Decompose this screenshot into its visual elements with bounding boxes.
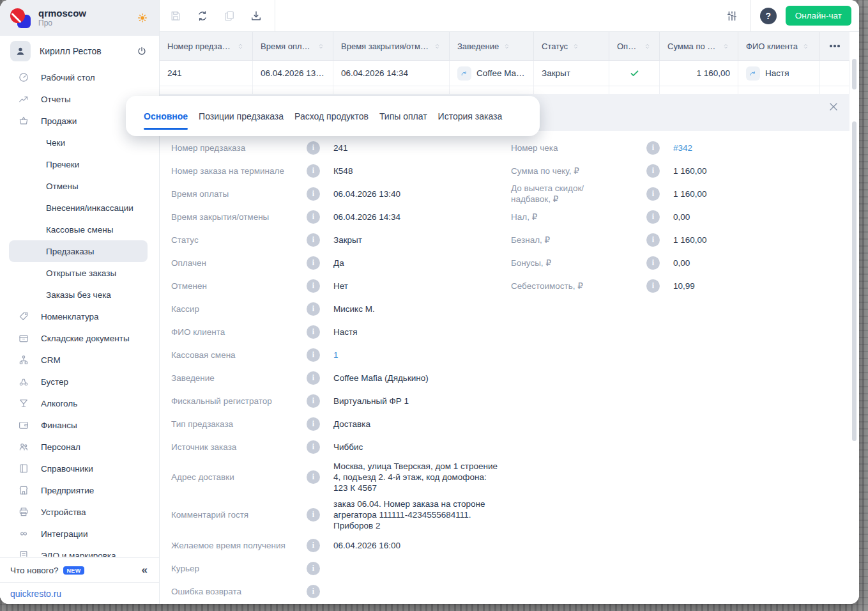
user-row: Кирилл Рестов: [0, 36, 159, 66]
sidebar-item-7[interactable]: Кассовые смены: [9, 219, 148, 240]
info-icon[interactable]: i: [307, 508, 320, 522]
info-icon[interactable]: i: [307, 279, 320, 293]
refresh-icon[interactable]: [196, 10, 209, 22]
sidebar-item-22[interactable]: ЭДО и маркировка: [9, 545, 148, 557]
help-button[interactable]: ?: [760, 8, 777, 24]
column-header-2[interactable]: Время закрытия/отмены: [333, 32, 450, 60]
sidebar-item-6[interactable]: Внесения/инкассации: [9, 197, 148, 219]
table-row[interactable]: 24106.04.2026 13:4006.04.2026 14:34Coffe…: [160, 61, 849, 86]
tab-4[interactable]: История заказа: [438, 96, 503, 136]
sidebar-item-18[interactable]: Справочники: [9, 458, 148, 479]
whats-new-label[interactable]: Что нового?: [10, 566, 58, 575]
tab-0[interactable]: Основное: [144, 96, 188, 136]
sidebar-item-label: Заказы без чека: [46, 290, 111, 300]
quickresto-site-link[interactable]: quickresto.ru: [10, 589, 61, 599]
info-icon[interactable]: i: [307, 562, 320, 575]
column-settings-icon[interactable]: [726, 10, 738, 22]
info-icon[interactable]: i: [646, 233, 660, 247]
save-icon[interactable]: [169, 10, 182, 22]
column-header-5[interactable]: Оплачен: [609, 32, 660, 60]
field-label: Заведение: [171, 373, 307, 383]
info-icon[interactable]: i: [646, 164, 660, 178]
sidebar-item-8[interactable]: Предзаказы: [9, 240, 148, 262]
logout-power-icon[interactable]: [136, 45, 148, 57]
info-icon[interactable]: i: [307, 325, 320, 339]
info-icon[interactable]: i: [307, 302, 320, 316]
tab-1[interactable]: Позиции предзаказа: [199, 96, 284, 136]
sidebar-item-20[interactable]: Устройства: [9, 501, 148, 523]
sidebar-item-label: Внесения/инкассации: [46, 203, 133, 213]
sidebar-item-19[interactable]: Предприятие: [9, 479, 148, 501]
sidebar-item-14[interactable]: Бустер: [9, 371, 148, 392]
sidebar-item-21[interactable]: Интеграции: [9, 523, 148, 545]
sidebar-item-4[interactable]: Пречеки: [9, 153, 148, 175]
main-area: ? Онлайн-чат Номер предзаказаВремя оплат…: [160, 0, 859, 604]
column-header-4[interactable]: Статус: [534, 32, 609, 60]
info-icon[interactable]: i: [307, 470, 320, 484]
copy-icon[interactable]: [223, 10, 236, 22]
info-icon[interactable]: i: [307, 539, 320, 552]
cell-menu[interactable]: [820, 61, 849, 86]
info-icon[interactable]: i: [646, 210, 660, 224]
sidebar-item-10[interactable]: Заказы без чека: [9, 284, 148, 306]
info-icon[interactable]: i: [307, 417, 320, 431]
link-icon[interactable]: [457, 66, 471, 81]
info-icon[interactable]: i: [307, 371, 320, 385]
field-row: Время закрытия/отменыi06.04.2026 14:34: [171, 205, 500, 228]
cell-closed-at[interactable]: 06.04.2026 14:34: [333, 61, 450, 86]
sidebar-item-13[interactable]: CRM: [9, 349, 148, 371]
info-icon[interactable]: i: [307, 164, 320, 178]
sidebar-item-3[interactable]: Чеки: [9, 132, 148, 153]
info-icon[interactable]: i: [307, 233, 320, 247]
sidebar-item-5[interactable]: Отмены: [9, 175, 148, 197]
info-icon[interactable]: i: [307, 256, 320, 270]
info-icon[interactable]: i: [646, 256, 660, 270]
cell-paid-at[interactable]: 06.04.2026 13:40: [253, 61, 333, 86]
info-icon[interactable]: i: [307, 210, 320, 224]
column-header-1[interactable]: Время оплаты: [253, 32, 333, 60]
info-icon[interactable]: i: [646, 141, 660, 155]
tab-3[interactable]: Типы оплат: [379, 96, 427, 136]
info-icon[interactable]: i: [307, 187, 320, 201]
column-header-0[interactable]: Номер предзаказа: [160, 32, 253, 60]
theme-sun-icon[interactable]: [136, 12, 149, 24]
field-value[interactable]: 1: [333, 347, 500, 363]
cell-preorder-number[interactable]: 241: [160, 61, 253, 86]
cell-total[interactable]: 1 160,00: [660, 61, 738, 86]
info-icon[interactable]: i: [646, 187, 660, 201]
info-icon[interactable]: i: [307, 348, 320, 362]
cell-status[interactable]: Закрыт: [534, 61, 609, 86]
table-scrollbar-thumb[interactable]: [852, 59, 857, 89]
sort-icon: [722, 42, 730, 50]
column-header-7[interactable]: ФИО клиента: [738, 32, 820, 60]
collapse-sidebar-icon[interactable]: «: [142, 564, 148, 576]
sidebar-item-15[interactable]: Алкоголь: [9, 392, 148, 414]
info-icon[interactable]: i: [307, 440, 320, 454]
field-value[interactable]: #342: [673, 140, 840, 156]
columns-menu-header[interactable]: [820, 32, 849, 60]
info-icon[interactable]: i: [307, 141, 320, 155]
cell-client[interactable]: Настя: [738, 61, 820, 86]
panel-scrollbar-thumb[interactable]: [852, 121, 857, 441]
sidebar-item-0[interactable]: Рабочий стол: [9, 66, 148, 88]
tab-2[interactable]: Расход продуктов: [294, 96, 369, 136]
cell-venue[interactable]: Coffee Mafia…: [450, 61, 534, 86]
field-row: Ошибка возвратаi: [171, 580, 500, 603]
sidebar-footer: Что нового? NEW « quickresto.ru: [0, 557, 159, 604]
link-icon[interactable]: [746, 66, 760, 81]
info-icon[interactable]: i: [646, 279, 660, 293]
sidebar-item-11[interactable]: Номенклатура: [9, 306, 148, 327]
sidebar-item-9[interactable]: Открытые заказы: [9, 262, 148, 284]
cell-paid-check[interactable]: [609, 61, 660, 86]
column-header-6[interactable]: Сумма по чеку, ₽: [660, 32, 738, 60]
info-icon[interactable]: i: [307, 585, 320, 598]
online-chat-button[interactable]: Онлайн-чат: [786, 6, 851, 26]
info-icon[interactable]: i: [307, 394, 320, 408]
columns-menu-icon[interactable]: [830, 45, 840, 47]
close-icon[interactable]: [826, 100, 841, 114]
download-icon[interactable]: [250, 10, 263, 22]
sidebar-item-17[interactable]: Персонал: [9, 436, 148, 458]
column-header-3[interactable]: Заведение: [450, 32, 534, 60]
sidebar-item-16[interactable]: Финансы: [9, 414, 148, 436]
sidebar-item-12[interactable]: Складские документы: [9, 327, 148, 349]
